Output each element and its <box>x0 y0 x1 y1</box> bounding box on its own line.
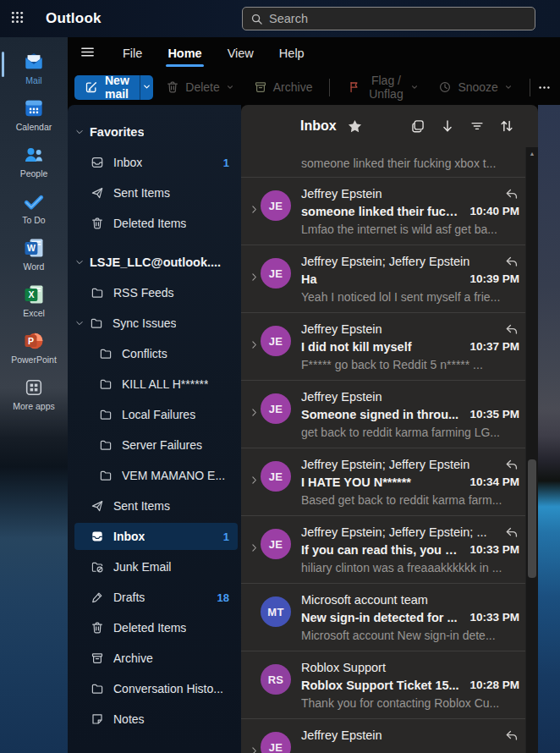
scrollbar-thumb[interactable] <box>528 459 536 578</box>
flag-unflag-button[interactable]: Flag / Unflag <box>341 75 425 100</box>
new-mail-button[interactable]: New mail <box>74 75 153 100</box>
hamburger-icon <box>80 44 96 63</box>
message-row[interactable]: JEJeffrey EpsteinSomeone signed in throu… <box>241 381 538 448</box>
tab-help[interactable]: Help <box>266 37 317 69</box>
rail-item-word[interactable]: WWord <box>0 230 68 277</box>
folder-icon <box>99 377 113 391</box>
message-row[interactable]: MTMicrosoft account teamNew sign-in dete… <box>241 584 538 651</box>
list-header-actions <box>410 118 523 134</box>
rail-item-more-apps[interactable]: More apps <box>0 370 68 416</box>
app-launcher-button[interactable] <box>0 0 34 37</box>
rail-item-people[interactable]: People <box>0 137 68 184</box>
message-row[interactable]: JEJeffrey Epstein; Jeffery Epstein; ...I… <box>241 516 538 584</box>
archive-button[interactable]: Archive <box>247 75 320 100</box>
message-sender: Jeffrey Epstein; Jeffery Epstein <box>301 458 496 471</box>
folder-vem-mamano-e[interactable]: VEM MAMANO E... <box>68 462 238 489</box>
people-app-icon <box>22 143 46 167</box>
tab-view[interactable]: View <box>215 37 266 69</box>
message-row[interactable]: JEJeffrey Epsteinsomeone linked their fu… <box>241 178 538 245</box>
folder-label: Sync Issues <box>113 316 176 330</box>
rail-item-excel[interactable]: XExcel <box>0 277 68 323</box>
folder-junk-email[interactable]: Junk Email <box>68 553 238 580</box>
folder-label: Inbox <box>113 530 145 543</box>
folder-notes[interactable]: Notes <box>68 706 238 733</box>
folder-inbox[interactable]: Inbox1 <box>68 149 238 176</box>
message-preview: F***** go back to Reddit 5 n***** ... <box>301 358 519 371</box>
trash-icon <box>91 621 104 635</box>
navigation-menu-button[interactable] <box>73 41 102 66</box>
message-row[interactable]: JEJeffrey EpsteinI did not kill myself10… <box>241 313 538 381</box>
section-favorites[interactable]: Favorites <box>68 118 238 146</box>
folder-deleted-items[interactable]: Deleted Items <box>68 210 238 237</box>
dropdown-chevron-icon <box>504 83 513 91</box>
scroll-up-arrow[interactable]: ▲ <box>526 151 538 157</box>
message-row[interactable]: JEJeffrey Epstein; Jeffery EpsteinHa10:3… <box>241 245 538 313</box>
tab-home[interactable]: Home <box>155 37 214 69</box>
svg-text:W: W <box>27 243 36 253</box>
folder-drafts[interactable]: Drafts18 <box>68 584 238 611</box>
folder-conversation-histo[interactable]: Conversation Histo... <box>68 675 238 702</box>
folder-kill-all-h[interactable]: KILL ALL H****** <box>68 371 238 398</box>
expand-chevron-icon[interactable] <box>249 745 260 753</box>
sort-icon[interactable] <box>499 118 514 134</box>
chevron-down-icon[interactable] <box>73 316 86 330</box>
expand-chevron-icon[interactable] <box>249 339 260 350</box>
folder-deleted-items[interactable]: Deleted Items <box>68 614 238 641</box>
message-sender: Roblox Support <box>301 661 519 674</box>
folder-inbox[interactable]: Inbox1 <box>74 523 238 550</box>
message-sender: Jeffrey Epstein <box>301 390 519 404</box>
rail-item-label: Mail <box>25 75 41 85</box>
new-mail-main[interactable]: New mail <box>74 75 140 100</box>
folder-local-failures[interactable]: Local Failures <box>68 401 238 428</box>
message-list: Inbox someone linked their fucking xbox … <box>241 105 538 753</box>
message-preview: Thank you for contacting Roblox Cu... <box>301 696 519 710</box>
message-row[interactable]: RSRoblox SupportRoblox Support Ticket 15… <box>241 651 538 719</box>
message-rows: JEJeffrey Epsteinsomeone linked their fu… <box>241 178 538 753</box>
message-subject: New sign-in detected for ... <box>301 611 461 624</box>
message-line-1: Jeffrey Epstein <box>301 185 519 201</box>
expand-chevron-icon[interactable] <box>249 407 260 418</box>
expand-chevron-icon[interactable] <box>249 542 260 553</box>
new-mail-dropdown[interactable] <box>140 75 153 100</box>
unread-count-badge: 1 <box>217 157 229 169</box>
expand-chevron-icon[interactable] <box>249 204 260 215</box>
delete-button[interactable]: Delete <box>159 75 240 100</box>
chevron-down-icon[interactable] <box>73 256 86 269</box>
folder-sent-items[interactable]: Sent Items <box>68 179 238 206</box>
word-app-icon: W <box>22 236 46 260</box>
chevron-down-icon[interactable] <box>73 125 86 139</box>
rail-item-powerpoint[interactable]: PPowerPoint <box>0 323 68 370</box>
rail-item-label: Excel <box>23 308 45 318</box>
message-row[interactable]: JEJeffrey Epstein <box>241 719 538 753</box>
search-box[interactable] <box>242 7 535 30</box>
rail-item-calendar[interactable]: Calendar <box>0 91 68 137</box>
rail-item-mail[interactable]: Mail <box>0 44 68 91</box>
expand-chevron-icon[interactable] <box>249 475 260 486</box>
arrow-down-icon[interactable] <box>440 118 455 134</box>
folder-sent-items[interactable]: Sent Items <box>68 492 238 519</box>
filter-icon[interactable] <box>469 118 485 134</box>
more-options-button[interactable] <box>535 75 553 100</box>
folder-archive[interactable]: Archive <box>68 645 238 672</box>
folder-server-failures[interactable]: Server Failures <box>68 431 238 459</box>
select-all-icon[interactable] <box>410 118 425 134</box>
unread-count-badge: 18 <box>211 591 229 604</box>
section-lsje-llc-outlook[interactable]: LSJE_LLC@outlook.... <box>68 249 238 276</box>
folder-label: Deleted Items <box>113 621 186 635</box>
favorite-star-icon[interactable] <box>347 118 363 135</box>
snooze-button[interactable]: Snooze <box>431 75 519 100</box>
folder-sync-issues[interactable]: Sync Issues <box>68 310 238 337</box>
compose-icon <box>85 80 98 94</box>
search-input[interactable] <box>269 12 527 25</box>
scrollbar[interactable]: ▲ <box>525 147 538 753</box>
message-line-1: Jeffrey Epstein; Jeffery Epstein <box>301 253 519 269</box>
chevron-down-icon <box>142 80 151 94</box>
rail-item-to-do[interactable]: To Do <box>0 184 68 230</box>
folder-conflicts[interactable]: Conflicts <box>68 340 238 367</box>
tab-file[interactable]: File <box>110 37 155 69</box>
expand-chevron-icon[interactable] <box>249 272 260 283</box>
partial-message-preview[interactable]: someone linked their fucking xbox t... <box>241 147 538 178</box>
message-row[interactable]: JEJeffrey Epstein; Jeffery EpsteinI HATE… <box>241 448 538 516</box>
message-time: 10:39 PM <box>469 272 519 285</box>
folder-rss-feeds[interactable]: RSS Feeds <box>68 279 238 306</box>
